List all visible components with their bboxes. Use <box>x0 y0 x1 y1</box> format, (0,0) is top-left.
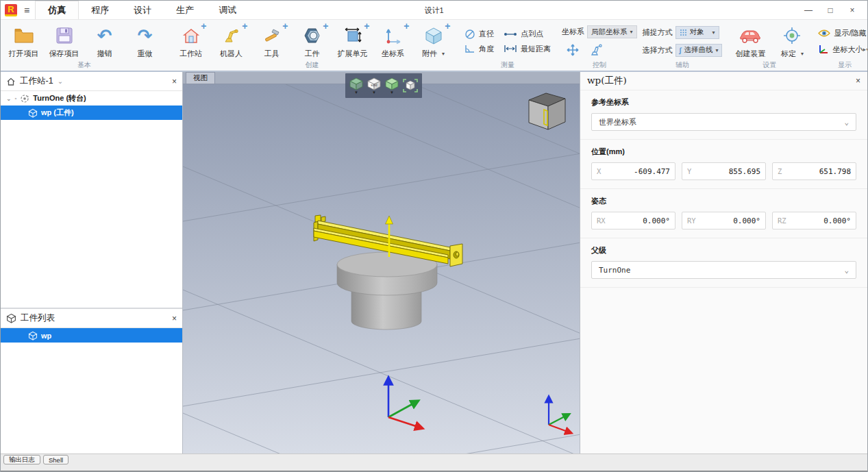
extension-unit-button[interactable]: + 扩展单元 <box>332 22 373 60</box>
frame-select-dropdown[interactable]: 局部坐标系 ▾ <box>587 25 637 38</box>
orientation-rx-input[interactable]: RX 0.000° <box>591 212 675 229</box>
caret-down-icon[interactable]: ▾ <box>442 51 445 57</box>
render-mode-button[interactable]: solid ▾ <box>367 77 382 95</box>
workpiece-list-item-wp[interactable]: wp <box>1 328 182 343</box>
position-z-input[interactable]: Z 651.798 <box>772 162 856 180</box>
point-to-point-icon <box>504 31 517 38</box>
green-cube-icon <box>384 77 399 90</box>
zoom-fit-button[interactable] <box>402 78 419 93</box>
undo-label: 撤销 <box>97 49 112 59</box>
extension-unit-icon: + <box>343 24 363 47</box>
home-icon <box>6 77 16 86</box>
caret-down-icon: ▾ <box>630 29 633 35</box>
output-log-tab[interactable]: 输出日志 <box>3 455 40 464</box>
ribbon-toolbar: 打开项目 保存项目 ↶ 撤销 ↷ 重做 基本 <box>1 20 867 72</box>
hamburger-menu-icon[interactable]: ≡ <box>24 5 29 16</box>
scene-canvas[interactable] <box>183 84 580 454</box>
attachment-button[interactable]: + 附件 ▾ <box>413 22 454 60</box>
shell-tab[interactable]: Shell <box>43 455 69 464</box>
viewport-tab-view[interactable]: 视图 <box>186 72 215 84</box>
select-mode-dropdown[interactable]: ∫ 选择曲线 ▾ <box>675 44 723 57</box>
group-label-measure: 测量 <box>459 60 556 70</box>
parent-dropdown[interactable]: TurnOne ⌄ <box>591 261 856 279</box>
undo-button[interactable]: ↶ 撤销 <box>84 22 125 60</box>
properties-close-icon[interactable]: × <box>856 76 860 86</box>
ribbon-overflow-icon[interactable]: ▸ <box>863 46 866 53</box>
menu-tab-simulation[interactable]: 仿真 <box>35 1 79 19</box>
coordinate-frame-button[interactable]: + 坐标系 <box>373 22 413 60</box>
group-label-basic: 基本 <box>3 60 165 70</box>
view-orientation-button[interactable]: ▾ <box>349 77 364 95</box>
point-to-point-button[interactable]: 点到点 <box>504 29 551 40</box>
workpiece-label: 工件 <box>305 49 320 59</box>
reference-frame-dropdown[interactable]: 世界坐标系 ⌄ <box>591 113 856 131</box>
position-x-input[interactable]: X -609.477 <box>591 162 675 180</box>
group-label-settings: 设置 <box>728 60 811 70</box>
close-button[interactable]: × <box>843 3 862 18</box>
workpiece-button[interactable]: + 工件 <box>292 22 332 60</box>
group-label-control: 控制 <box>562 60 637 70</box>
robot-control-icon[interactable] <box>589 43 603 57</box>
open-project-button[interactable]: 打开项目 <box>3 22 44 60</box>
move-control-icon[interactable] <box>566 43 580 57</box>
min-distance-button[interactable]: 最短距离 <box>504 44 551 54</box>
angle-button[interactable]: 角度 <box>464 44 494 54</box>
folder-icon <box>14 24 34 47</box>
workpiece-list-close-icon[interactable]: × <box>172 314 177 323</box>
calibration-text: 标定 <box>781 49 796 59</box>
view-toolbar: ▾ solid ▾ ▾ <box>345 73 422 98</box>
minimize-button[interactable]: — <box>799 3 818 18</box>
diameter-button[interactable]: 直径 <box>464 29 494 40</box>
plus-badge: + <box>364 21 369 31</box>
menu-tab-program[interactable]: 程序 <box>79 1 121 19</box>
robot-button[interactable]: + 机器人 <box>211 22 251 60</box>
tree-item-wp[interactable]: wp (工件) <box>1 105 182 120</box>
cube-icon: + <box>423 24 444 47</box>
position-x-value: -609.477 <box>634 167 670 176</box>
wp-list-label: wp <box>41 332 51 340</box>
diameter-icon <box>464 29 475 40</box>
chevron-down-icon[interactable]: ⌄ <box>58 77 63 85</box>
redo-button[interactable]: ↷ 重做 <box>125 22 165 60</box>
orientation-ry-axis-label: RY <box>687 216 696 225</box>
shading-button[interactable]: ▾ <box>384 77 399 95</box>
maximize-button[interactable]: □ <box>821 3 840 18</box>
app-logo[interactable]: R <box>5 4 17 16</box>
tree-item-turnone[interactable]: ⌄ • TurnOne (转台) <box>1 91 182 105</box>
application-window: R ≡ 仿真 程序 设计 生产 调试 设计1 — □ × 打开项目 <box>0 0 868 472</box>
snap-mode-value: 对象 <box>690 27 704 37</box>
coordinate-frame-icon: + <box>384 24 403 47</box>
orientation-label: 姿态 <box>591 196 856 206</box>
snap-mode-dropdown[interactable]: 对象 ▾ <box>675 26 719 39</box>
axis-size-button[interactable]: 坐标大小 ▾ <box>818 45 868 55</box>
menu-tab-production[interactable]: 生产 <box>164 1 206 19</box>
caret-down-icon: ▾ <box>712 29 715 36</box>
position-x-axis-label: X <box>597 167 601 175</box>
workstation-icon: + <box>182 24 200 47</box>
turnone-label: TurnOne (转台) <box>33 93 86 103</box>
workpiece-list: wp <box>1 328 182 454</box>
create-device-button[interactable]: 创建装置 <box>728 22 773 60</box>
orientation-rz-input[interactable]: RZ 0.000° <box>772 212 856 229</box>
workstation-button[interactable]: + 工作站 <box>171 22 211 60</box>
workstation-panel-close-icon[interactable]: × <box>172 77 177 86</box>
viewport-3d[interactable]: 视图 <box>183 72 580 454</box>
menu-tab-debug[interactable]: 调试 <box>206 1 249 19</box>
solid-label: solid <box>371 84 377 87</box>
expand-chevron-icon[interactable]: ⌄ <box>6 95 12 102</box>
properties-title: wp(工件) <box>587 75 627 87</box>
calibration-button[interactable]: 标定 ▾ <box>773 22 811 60</box>
tool-button[interactable]: + 工具 <box>251 22 292 60</box>
ribbon-group-measure: 直径 点到点 角度 最短距离 测量 <box>458 21 558 71</box>
ribbon-group-basic: 打开项目 保存项目 ↶ 撤销 ↷ 重做 基本 <box>2 21 166 71</box>
show-hide-button[interactable]: 显示/隐藏 ▾ <box>818 28 868 38</box>
orientation-rx-value: 0.000° <box>643 216 670 225</box>
save-project-button[interactable]: 保存项目 <box>44 22 84 60</box>
orientation-ry-input[interactable]: RY 0.000° <box>682 212 766 229</box>
view-cube[interactable] <box>529 93 565 129</box>
calibration-target-icon <box>782 24 802 47</box>
position-y-input[interactable]: Y 855.695 <box>682 162 766 180</box>
caret-down-icon[interactable]: ▾ <box>801 51 804 57</box>
menu-tab-design[interactable]: 设计 <box>121 1 164 19</box>
bottom-status-bar: 输出日志 Shell <box>1 454 867 472</box>
